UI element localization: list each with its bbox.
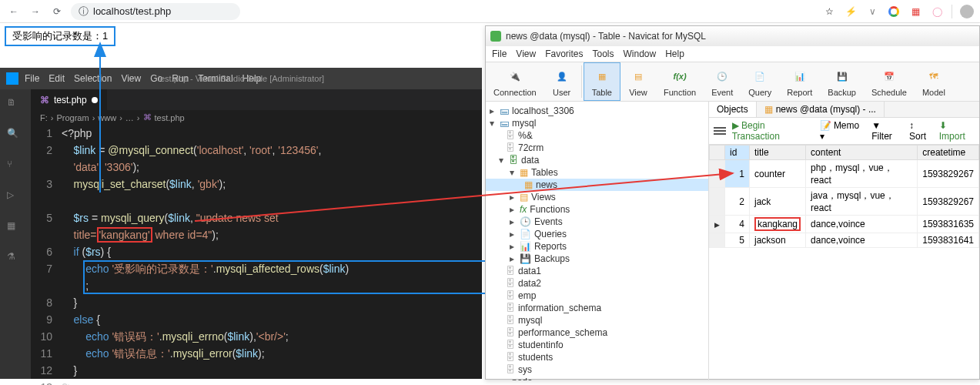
editor-area: ⌘ test.php F:›Program›www›…›⌘test.php 12…	[31, 89, 482, 379]
tab-objects[interactable]: Objects	[709, 102, 757, 117]
editor-tabs: ⌘ test.php	[31, 89, 482, 110]
data-grid[interactable]: id title content createtime 1counterphp，…	[709, 145, 979, 380]
debug-icon[interactable]: ▷	[7, 189, 24, 206]
code-editor[interactable]: 1235678910111213 <?php $link = @mysqli_c…	[31, 125, 482, 385]
navicat-toolbar: 🔌Connection 👤User ▦Table ▤View f(x)Funct…	[486, 62, 979, 102]
address-bar[interactable]: ⓘ	[71, 3, 240, 20]
forward-button[interactable]: →	[28, 4, 43, 19]
activity-bar: 🗎 🔍 ⑂ ▷ ▦ ⚗	[0, 89, 31, 379]
highlight-cell-kangkang: kangkang	[754, 217, 801, 231]
col-content: content	[806, 146, 918, 160]
menu-view[interactable]: View	[516, 49, 536, 59]
ext-icon-5[interactable]: ◯	[930, 5, 944, 18]
tool-view[interactable]: ▤View	[620, 62, 656, 101]
btn-sort[interactable]: ↕ Sort	[909, 120, 933, 142]
connection-tree[interactable]: ▸🖴localhost_3306 ▾🖴mysql 🗄%& 🗄72crm ▾🗄da…	[486, 102, 709, 380]
star-icon[interactable]: ☆	[822, 5, 836, 18]
menu-tools[interactable]: Tools	[593, 49, 614, 59]
tab-news[interactable]: ▦news @data (mysql) - ...	[757, 102, 885, 117]
vscode-window: File Edit Selection View Go Run Terminal…	[0, 68, 482, 379]
ext-icon-4[interactable]: ▦	[908, 5, 922, 18]
url-input[interactable]	[93, 5, 209, 17]
btn-begin-transaction[interactable]: ▶ Begin Transaction	[732, 120, 814, 142]
tab-dirty-icon	[92, 97, 98, 103]
btn-memo[interactable]: 📝 Memo ▾	[820, 120, 866, 142]
navicat-content: Objects ▦news @data (mysql) - ... ▶ Begi…	[709, 102, 979, 380]
col-title: title	[750, 146, 806, 160]
menu-selection[interactable]: Selection	[74, 73, 112, 84]
btn-import[interactable]: ⬇ Import	[939, 120, 975, 142]
menu-help[interactable]: Help	[665, 49, 684, 59]
hamburger-icon[interactable]	[714, 127, 726, 135]
profile-icon[interactable]	[960, 5, 974, 18]
ext-icon-1[interactable]: ⚡	[844, 5, 858, 18]
menu-view[interactable]: View	[121, 73, 141, 84]
tool-report[interactable]: 📊Report	[779, 62, 820, 101]
extensions-icon[interactable]: ▦	[7, 220, 24, 237]
tool-model[interactable]: 🗺Model	[915, 62, 953, 101]
menu-edit[interactable]: Edit	[48, 73, 65, 84]
tool-schedule[interactable]: 📅Schedule	[864, 62, 915, 101]
file-php-icon: ⌘	[40, 95, 49, 105]
back-button[interactable]: ←	[6, 4, 22, 19]
search-icon[interactable]: 🔍	[7, 128, 24, 145]
breadcrumb[interactable]: F:›Program›www›…›⌘test.php	[31, 110, 482, 125]
tool-backup[interactable]: 💾Backup	[820, 62, 864, 101]
table-row: 4kangkangdance,voince1593831635	[710, 216, 979, 233]
tool-table[interactable]: ▦Table	[584, 62, 620, 101]
navicat-logo-icon	[490, 31, 501, 42]
line-gutter: 1235678910111213	[31, 125, 62, 385]
col-createtime: createtime	[918, 146, 979, 160]
tab-test-php[interactable]: ⌘ test.php	[31, 89, 107, 110]
tree-node-news: news	[536, 179, 557, 190]
menu-window[interactable]: Window	[624, 49, 657, 59]
tool-query[interactable]: 📄Query	[741, 62, 779, 101]
col-id: id	[725, 146, 750, 160]
site-info-icon[interactable]: ⓘ	[79, 5, 89, 18]
navicat-menubar: File View Favorites Tools Window Help	[486, 46, 979, 62]
tool-event[interactable]: 🕒Event	[704, 62, 741, 101]
table-row: 2jackjava，mysql，vue，react1593829267	[710, 188, 979, 216]
scm-icon[interactable]: ⑂	[7, 159, 24, 176]
tool-function[interactable]: f(x)Function	[656, 62, 704, 101]
menu-file[interactable]: File	[25, 73, 39, 84]
object-tabs: Objects ▦news @data (mysql) - ...	[709, 102, 979, 118]
result-text: 受影响的记录数是：1	[5, 26, 115, 46]
navicat-title: news @data (mysql) - Table - Navicat for…	[506, 31, 706, 42]
menu-favorites[interactable]: Favorites	[545, 49, 583, 59]
highlight-echo-block	[83, 260, 491, 294]
explorer-icon[interactable]: 🗎	[7, 97, 24, 114]
tab-label: test.php	[54, 95, 87, 105]
code-source: <?php $link = @mysqli_connect('localhost…	[62, 125, 349, 385]
ext-icon-3[interactable]	[887, 5, 901, 18]
navicat-window: news @data (mysql) - Table - Navicat for…	[485, 25, 980, 380]
vscode-titlebar: File Edit Selection View Go Run Terminal…	[0, 68, 482, 89]
test-icon[interactable]: ⚗	[7, 251, 24, 268]
browser-toolbar: ← → ⟳ ⓘ ☆ ⚡ ∨ ▦ ◯	[0, 0, 980, 23]
table-row: 1counterphp，mysql，vue，react1593829267	[710, 160, 979, 188]
vscode-logo-icon	[6, 72, 18, 85]
reload-button[interactable]: ⟳	[49, 4, 65, 19]
table-toolbar: ▶ Begin Transaction 📝 Memo ▾ ▼ Filter ↕ …	[709, 118, 979, 145]
menu-file[interactable]: File	[492, 49, 507, 59]
table-row: 5jacksondance,voince1593831641	[710, 233, 979, 248]
tool-connection[interactable]: 🔌Connection	[486, 62, 544, 101]
vscode-title: test.php - Visual Studio Code [Administr…	[158, 74, 324, 83]
tool-user[interactable]: 👤User	[544, 62, 580, 101]
navicat-titlebar: news @data (mysql) - Table - Navicat for…	[486, 26, 979, 46]
ext-icon-2[interactable]: ∨	[865, 5, 879, 18]
btn-filter[interactable]: ▼ Filter	[871, 120, 903, 142]
highlight-kangkang: 'kangkang'	[97, 227, 152, 243]
